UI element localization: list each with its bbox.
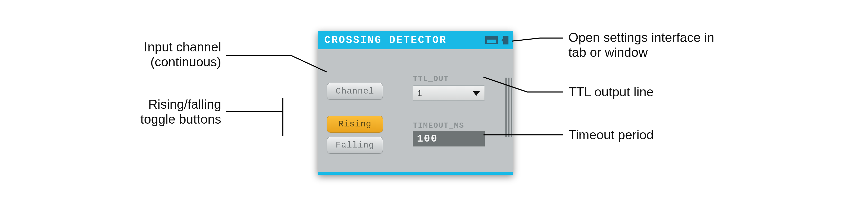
annotation-text: Input channel xyxy=(82,40,221,55)
annotation-timeout: Timeout period xyxy=(568,128,654,143)
panel-body: Channel Rising Falling TTL_OUT 1 TIMEOUT… xyxy=(318,49,513,172)
open-in-window-icon[interactable] xyxy=(503,36,508,44)
annotation-toggle-buttons: Rising/falling toggle buttons xyxy=(82,97,221,127)
timeout-label: TIMEOUT_MS xyxy=(413,121,464,130)
titlebar-icons xyxy=(485,31,508,49)
annotation-text: TTL output line xyxy=(568,85,654,99)
ttl-out-dropdown[interactable]: 1 xyxy=(413,85,485,101)
annotation-text: tab or window xyxy=(568,45,800,60)
panel-footer-bar xyxy=(318,172,513,175)
open-in-tab-icon[interactable] xyxy=(485,36,498,44)
annotation-ttl-output: TTL output line xyxy=(568,85,654,100)
rising-toggle-button[interactable]: Rising xyxy=(327,116,383,133)
ttl-out-label: TTL_OUT xyxy=(413,74,449,83)
panel-title: CROSSING DETECTOR xyxy=(324,34,447,46)
annotation-text: toggle buttons xyxy=(82,112,221,127)
crossing-detector-panel: CROSSING DETECTOR Channel Rising Falling… xyxy=(318,31,513,175)
channel-button[interactable]: Channel xyxy=(327,83,383,100)
panel-titlebar: CROSSING DETECTOR xyxy=(318,31,513,49)
annotation-text: (continuous) xyxy=(82,55,221,70)
ttl-out-value: 1 xyxy=(417,88,422,98)
falling-toggle-button[interactable]: Falling xyxy=(327,137,383,154)
annotation-text: Rising/falling xyxy=(82,97,221,112)
chevron-down-icon xyxy=(473,91,480,96)
annotation-open-settings: Open settings interface in tab or window xyxy=(568,30,800,60)
annotation-input-channel: Input channel (continuous) xyxy=(82,40,221,69)
timeout-input[interactable] xyxy=(413,131,485,146)
annotation-text: Timeout period xyxy=(568,128,654,142)
resize-handle[interactable] xyxy=(504,78,513,137)
annotation-text: Open settings interface in xyxy=(568,30,800,45)
